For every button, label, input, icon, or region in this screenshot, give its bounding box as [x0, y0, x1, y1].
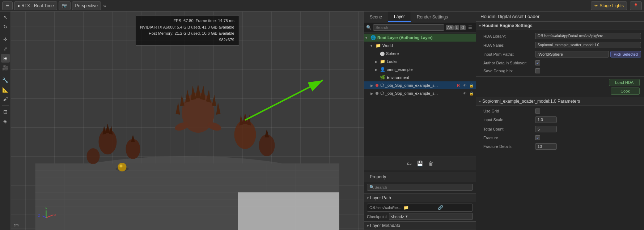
- stage-lights-button[interactable]: ☀ Stage Lights: [591, 1, 627, 10]
- use-grid-checkbox[interactable]: [535, 108, 540, 114]
- save-debug-checkbox[interactable]: [535, 68, 540, 73]
- location-button[interactable]: 📍: [630, 1, 642, 10]
- input-scale-input[interactable]: [535, 116, 557, 123]
- tree-item-sphere[interactable]: ▶ ⬤ Sphere: [364, 50, 476, 57]
- tool-extra1[interactable]: ⊡: [1, 107, 10, 116]
- hengine-section: ▾ Houdini Engine Settings HDA Library: H…: [476, 22, 644, 97]
- layer-path-header[interactable]: ▾ Layer Path: [364, 194, 476, 202]
- layer-tree: ▾ 🌐 Root Layer (Authoring Layer) ▾ 📁 Wor…: [364, 33, 476, 157]
- visibility-btn-2[interactable]: 👁: [462, 90, 468, 96]
- tool-camera[interactable]: 🎥: [1, 63, 10, 72]
- checkpoint-select[interactable]: <head> ▾: [389, 213, 473, 220]
- tree-icon-root: 🌐: [370, 35, 376, 40]
- tool-snap[interactable]: 🔧: [1, 76, 10, 85]
- total-count-label: Total Count: [476, 124, 532, 134]
- checkpoint-row: Checkpoint <head> ▾: [367, 213, 473, 220]
- total-count-value: [532, 124, 644, 134]
- lock-btn-1[interactable]: 🔒: [469, 82, 474, 88]
- params-section-title: Sop/omni_example_scatter_model:1.0 Param…: [482, 99, 580, 104]
- camera-icon-button[interactable]: 📷: [59, 1, 71, 10]
- search-icon: 🔍: [366, 25, 372, 30]
- hda-name-input[interactable]: [535, 42, 641, 48]
- tree-item-obj1[interactable]: ▶ ⬡ _obj_Sop_omni_example_s... R 👁 🔒: [364, 81, 476, 89]
- visibility-btn-1[interactable]: 👁: [462, 82, 468, 88]
- layer-path-section: ▾ Layer Path C:/Users/walai/hengine_laye…: [364, 193, 476, 221]
- total-count-input[interactable]: [535, 126, 557, 132]
- tree-arrow-omni: ▶: [375, 68, 379, 72]
- load-hda-button[interactable]: Load HDA: [609, 79, 640, 86]
- tree-arrow-sphere: ▶: [375, 52, 379, 56]
- tree-arrow-env: ▶: [375, 76, 379, 80]
- property-search-input[interactable]: [374, 185, 470, 189]
- hda-library-input[interactable]: [535, 33, 641, 39]
- layer-search-input[interactable]: [373, 24, 444, 31]
- layer-path-content: C:/Users/walai/hengine_layers/hengine_ap…: [364, 202, 476, 221]
- tree-item-world[interactable]: ▾ 📁 World: [364, 42, 476, 50]
- tree-icon-obj1: ⬡: [380, 83, 384, 88]
- perspective-button[interactable]: Perspective: [72, 1, 101, 10]
- hengine-section-title: Houdini Engine Settings: [482, 23, 533, 28]
- tab-scene[interactable]: Scene: [364, 12, 388, 22]
- tool-scale[interactable]: ⤢: [1, 44, 10, 53]
- tool-rotate[interactable]: ↻: [1, 22, 10, 31]
- fracture-details-input[interactable]: [535, 143, 557, 150]
- panel-tabs: Scene Layer Render Settings: [364, 12, 476, 22]
- tool-separator-3: [2, 105, 9, 106]
- svg-marker-25: [212, 95, 216, 106]
- hamburger-button[interactable]: ☰: [2, 1, 13, 10]
- author-sublayer-checkbox[interactable]: [535, 60, 540, 65]
- tool-measure[interactable]: 📐: [1, 85, 10, 94]
- fracture-details-value: [532, 142, 644, 151]
- tree-icon-looks: 📁: [380, 59, 385, 64]
- tool-select[interactable]: ↖: [1, 13, 10, 22]
- svg-point-45: [118, 163, 127, 171]
- viewport[interactable]: X Y Z FPS: 67.80, Frame time: 14.75 ms N…: [11, 12, 364, 230]
- main-content: ↖ ↻ ✛ ⤢ ⊞ 🎥 🔧 📐 🖌 ⊡ ◈ Pause (SPACE): [0, 12, 644, 230]
- folder-icon[interactable]: 📁: [403, 205, 436, 210]
- tool-extra2[interactable]: ◈: [1, 117, 10, 125]
- tree-icon-world: 📁: [376, 43, 381, 48]
- cook-button[interactable]: Cook: [611, 88, 640, 95]
- pick-selected-button[interactable]: Pick Selected: [610, 51, 641, 57]
- input-prim-input[interactable]: [535, 51, 609, 57]
- tool-separator-2: [2, 74, 9, 74]
- tree-item-obj2[interactable]: ▶ ⬡ _obj_Sop_omni_example_s... 👁 🔒: [364, 89, 476, 97]
- tree-item-root[interactable]: ▾ 🌐 Root Layer (Authoring Layer): [364, 34, 476, 42]
- delete-btn[interactable]: 🗑: [427, 159, 435, 168]
- top-toolbar: ☰ ● RTX - Real-Time 📷 Perspective » ☀ St…: [0, 0, 644, 12]
- tree-arrow-obj2: ▶: [370, 91, 375, 95]
- tab-layer[interactable]: Layer: [388, 12, 411, 22]
- layer-metadata-header[interactable]: ▾ Layer Metadata: [364, 222, 476, 230]
- far-panel-title: Houdini Digital Asset Loader: [480, 14, 539, 19]
- toolbar-chevron[interactable]: »: [102, 3, 107, 9]
- hda-library-label: HDA Library:: [476, 31, 532, 41]
- viewport-unit-label: cm: [14, 223, 18, 227]
- lock-btn-2[interactable]: 🔒: [469, 90, 474, 96]
- camera-icon: 📷: [62, 3, 67, 8]
- tree-item-omni-example[interactable]: ▶ 👤 omni_example: [364, 65, 476, 73]
- property-section-header[interactable]: Property: [364, 172, 476, 182]
- tab-render-settings[interactable]: Render Settings: [411, 12, 454, 22]
- tree-icon-env: 🌿: [380, 75, 385, 80]
- input-prim-value: Pick Selected: [532, 50, 644, 59]
- use-grid-value: [532, 107, 644, 115]
- tree-icon-obj2: ⬡: [380, 91, 384, 96]
- tree-label-env: Environment: [387, 75, 474, 80]
- tool-brush[interactable]: 🖌: [1, 95, 10, 103]
- layer-path-title: Layer Path: [370, 195, 391, 200]
- link-icon[interactable]: 🔗: [438, 205, 470, 210]
- more-options-btn[interactable]: ☰: [466, 24, 474, 31]
- tree-arrow-obj1: ▶: [370, 84, 375, 88]
- tool-transform[interactable]: ⊞: [1, 54, 10, 63]
- tree-item-looks[interactable]: ▶ 📁 Looks: [364, 57, 476, 65]
- params-section-header[interactable]: ▾ Sop/omni_example_scatter_model:1.0 Par…: [476, 97, 644, 106]
- layer-path-text: C:/Users/walai/hengine_layers/hengine_ap…: [369, 206, 402, 210]
- fracture-checkbox[interactable]: [535, 135, 540, 140]
- hengine-section-header[interactable]: ▾ Houdini Engine Settings: [476, 22, 644, 30]
- tree-label-omni: omni_example: [387, 67, 474, 72]
- save-btn[interactable]: 💾: [416, 159, 424, 168]
- tree-item-environment[interactable]: ▶ 🌿 Environment: [364, 73, 476, 81]
- add-layer-btn[interactable]: 🗂: [405, 159, 414, 168]
- tool-move[interactable]: ✛: [1, 35, 10, 44]
- rtx-button[interactable]: ● RTX - Real-Time: [14, 1, 57, 10]
